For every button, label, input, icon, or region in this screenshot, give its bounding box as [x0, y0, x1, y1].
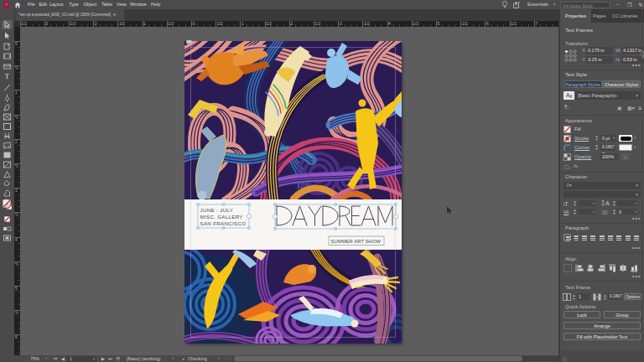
- svg-text:A: A: [605, 200, 610, 206]
- svg-text:SAN FRANCISCO: SAN FRANCISCO: [200, 220, 247, 226]
- svg-text:MISC. GALLERY: MISC. GALLERY: [200, 214, 243, 220]
- svg-text:T: T: [5, 72, 10, 80]
- svg-text:SUMMER ART SHOW: SUMMER ART SHOW: [331, 239, 382, 244]
- svg-text:JUNE - JULY: JUNE - JULY: [200, 207, 234, 213]
